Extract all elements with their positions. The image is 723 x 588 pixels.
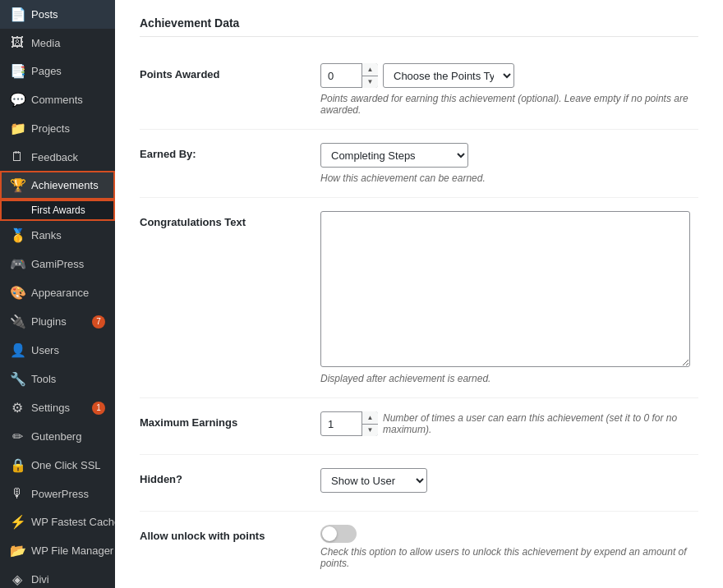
sidebar-item-divi[interactable]: ◈ Divi [0,565,115,588]
divi-icon: ◈ [10,572,25,587]
sidebar-item-gamipress[interactable]: 🎮 GamiPress [0,250,115,278]
earned-by-controls: Completing Steps Reaching Rank Admin Onl… [320,143,698,184]
hidden-select[interactable]: Show to User Hide from User [320,468,427,493]
allow-unlock-label: Allow unlock with points [140,525,304,542]
sidebar-item-label: Divi [31,573,49,586]
points-value-wrap: ▲ ▼ [320,63,378,88]
maximum-earnings-inputs: ▲ ▼ Number of times a user can earn this… [320,411,698,436]
allow-unlock-hint: Check this option to allow users to unlo… [320,546,698,569]
toggle-wrap [320,525,698,543]
sidebar-item-projects[interactable]: 📁 Projects [0,114,115,143]
appearance-icon: 🎨 [10,285,25,301]
sidebar-item-label: Users [31,344,59,356]
settings-icon: ⚙ [10,400,25,416]
sidebar-item-achievements[interactable]: 🏆 Achievements [0,171,115,200]
points-spinner: ▲ ▼ [362,63,378,88]
sidebar-item-label: Projects [31,122,70,135]
sidebar-item-plugins[interactable]: 🔌 Plugins 7 [0,307,115,336]
max-earnings-wrap: ▲ ▼ [320,411,378,436]
sidebar-item-label: Feedback [31,151,78,163]
sidebar-item-label: Achievements [31,179,99,191]
sidebar-subitem-label: First Awards [31,204,85,216]
sidebar-item-settings[interactable]: ⚙ Settings 1 [0,393,115,422]
sidebar-item-ranks[interactable]: 🥇 Ranks [0,221,115,250]
sidebar-item-pages[interactable]: 📑 Pages [0,57,115,85]
media-icon: 🖼 [10,35,25,50]
section-title: Achievement Data [140,16,698,37]
allow-unlock-row: Allow unlock with points Check this opti… [140,512,698,582]
sidebar-item-users[interactable]: 👤 Users [0,336,115,365]
tools-icon: 🔧 [10,371,25,387]
max-earnings-increment-button[interactable]: ▲ [362,411,378,425]
sidebar-item-label: WP File Manager [31,544,113,557]
sidebar-item-comments[interactable]: 💬 Comments [0,85,115,114]
projects-icon: 📁 [10,121,25,136]
earned-by-label: Earned By: [140,143,304,160]
sidebar-item-tools[interactable]: 🔧 Tools [0,365,115,393]
sidebar-item-wp-file-manager[interactable]: 📂 WP File Manager [0,536,115,565]
powerpress-icon: 🎙 [10,486,25,501]
earned-by-row: Earned By: Completing Steps Reaching Ran… [140,130,698,198]
congratulations-text-controls: Displayed after achievement is earned. [320,211,698,384]
sidebar-subitem-first-awards[interactable]: First Awards [0,200,115,221]
points-awarded-row: Points Awarded ▲ ▼ Choose the Points Typ… [140,50,698,130]
plugins-icon: 🔌 [10,314,25,329]
feedback-icon: 🗒 [10,149,25,164]
maximum-earnings-hint: Number of times a user can earn this ach… [383,412,698,435]
congratulations-text-input[interactable] [320,211,690,367]
cache-icon: ⚡ [10,514,25,530]
sidebar-item-label: Appearance [31,287,89,299]
allow-unlock-toggle[interactable] [320,525,357,543]
main-content: Achievement Data Points Awarded ▲ ▼ Choo… [115,0,723,588]
sidebar-item-wp-fastest-cache[interactable]: ⚡ WP Fastest Cache [0,508,115,536]
sidebar-item-label: PowerPress [31,488,89,500]
sidebar-item-label: Tools [31,373,56,385]
congratulations-text-label: Congratulations Text [140,211,304,228]
gutenberg-icon: ✏ [10,429,25,444]
max-earnings-decrement-button[interactable]: ▼ [362,425,378,437]
points-decrement-button[interactable]: ▼ [362,76,378,89]
points-awarded-hint: Points awarded for earning this achievem… [320,93,698,116]
points-increment-button[interactable]: ▲ [362,63,378,76]
points-type-select[interactable]: Choose the Points Type [383,63,514,88]
points-inputs: ▲ ▼ Choose the Points Type [320,63,698,88]
maximum-earnings-controls: ▲ ▼ Number of times a user can earn this… [320,411,698,441]
sidebar-item-feedback[interactable]: 🗒 Feedback [0,143,115,171]
sidebar-item-label: Settings [31,402,70,414]
sidebar-item-powerpress[interactable]: 🎙 PowerPress [0,480,115,508]
congratulations-text-row: Congratulations Text Displayed after ach… [140,198,698,398]
sidebar-item-one-click-ssl[interactable]: 🔒 One Click SSL [0,451,115,480]
sidebar-item-label: Posts [31,8,58,21]
sidebar-item-posts[interactable]: 📄 Posts [0,0,115,29]
sidebar-item-label: Plugins [31,315,67,328]
sidebar-item-label: Gutenberg [31,430,81,443]
sidebar-item-appearance[interactable]: 🎨 Appearance [0,278,115,307]
settings-badge: 1 [92,402,105,415]
maximum-earnings-row: Maximum Earnings ▲ ▼ Number of times a u… [140,398,698,455]
allow-unlock-controls: Check this option to allow users to unlo… [320,525,698,569]
ssl-icon: 🔒 [10,457,25,473]
points-awarded-label: Points Awarded [140,63,304,80]
earned-by-select[interactable]: Completing Steps Reaching Rank Admin Onl… [320,143,468,168]
congratulations-text-hint: Displayed after achievement is earned. [320,373,698,384]
hidden-label: Hidden? [140,468,304,485]
gamipress-icon: 🎮 [10,256,25,272]
sidebar-item-label: GamiPress [31,258,84,270]
hidden-controls: Show to User Hide from User [320,468,698,498]
sidebar: 📄 Posts 🖼 Media 📑 Pages 💬 Comments 📁 Pro… [0,0,115,588]
sidebar-item-gutenberg[interactable]: ✏ Gutenberg [0,422,115,451]
earned-by-inputs: Completing Steps Reaching Rank Admin Onl… [320,143,698,168]
sidebar-item-label: Ranks [31,229,62,241]
sidebar-item-label: One Click SSL [31,459,101,471]
plugins-badge: 7 [92,315,105,328]
max-earnings-spinner: ▲ ▼ [362,411,378,436]
sidebar-item-label: WP Fastest Cache [31,516,115,528]
users-icon: 👤 [10,342,25,358]
ranks-icon: 🥇 [10,227,25,243]
points-awarded-controls: ▲ ▼ Choose the Points Type Points awarde… [320,63,698,116]
sidebar-item-label: Media [31,37,60,49]
sidebar-item-label: Pages [31,65,62,77]
hidden-inputs: Show to User Hide from User [320,468,698,493]
sidebar-item-media[interactable]: 🖼 Media [0,29,115,57]
hidden-row: Hidden? Show to User Hide from User [140,455,698,512]
